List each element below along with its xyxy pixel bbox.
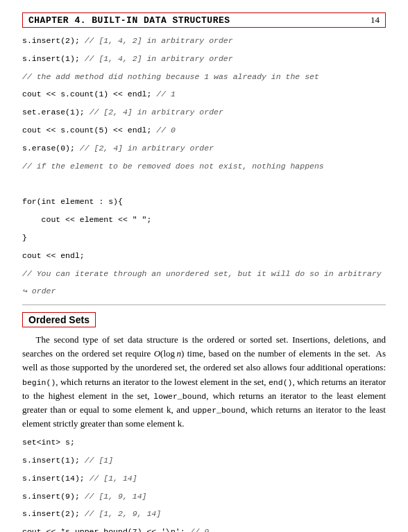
code-line	[22, 178, 386, 191]
page: CHAPTER 4. BUILT-IN DATA STRUCTURES 14 s…	[0, 0, 408, 532]
code-line: s.insert(9); // [1, 9, 14]	[22, 490, 386, 503]
chapter-title: CHAPTER 4. BUILT-IN DATA STRUCTURES	[28, 15, 230, 26]
page-header: CHAPTER 4. BUILT-IN DATA STRUCTURES 14	[22, 12, 386, 28]
ordered-sets-body-1: The second type of set data structure is…	[22, 333, 386, 431]
page-number: 14	[371, 15, 380, 26]
code-line: s.insert(2); // [1, 2, 9, 14]	[22, 508, 386, 520]
code-line: cout << element << " ";	[22, 214, 386, 226]
code-line: for(int element : s){	[22, 196, 386, 208]
code-line: set.erase(1); // [2, 4] in arbitrary ord…	[22, 106, 386, 119]
code-line: cout << *s.upper_bound(7) << '\n'; // 9	[22, 526, 386, 532]
code-line: cout << s.count(1) << endl; // 1	[22, 88, 386, 101]
section-divider	[22, 304, 386, 305]
code-line: }	[22, 232, 386, 244]
code-line: // if the element to be removed does not…	[22, 160, 386, 173]
code-line: cout << s.count(5) << endl; // 0	[22, 124, 386, 137]
code-line: s.insert(1); // [1]	[22, 454, 386, 467]
code-line: s.insert(14); // [1, 14]	[22, 472, 386, 485]
code-line: s.erase(0); // [2, 4] in arbitrary order	[22, 142, 386, 155]
code-line: cout << endl;	[22, 250, 386, 262]
code-block-2: set<int> s; s.insert(1); // [1] s.insert…	[22, 436, 386, 532]
code-line: s.insert(1); // [1, 4, 2] in arbitrary o…	[22, 53, 386, 65]
code-block-1: s.insert(2); // [1, 4, 2] in arbitrary o…	[22, 35, 386, 298]
section-heading-ordered-sets: Ordered Sets	[22, 312, 96, 327]
code-line: ↪ order	[22, 285, 386, 298]
code-line: // You can iterate through an unordered …	[22, 268, 386, 280]
code-line: set<int> s;	[22, 436, 386, 449]
code-line: s.insert(2); // [1, 4, 2] in arbitrary o…	[22, 35, 386, 47]
code-line: // the add method did nothing because 1 …	[22, 71, 386, 83]
